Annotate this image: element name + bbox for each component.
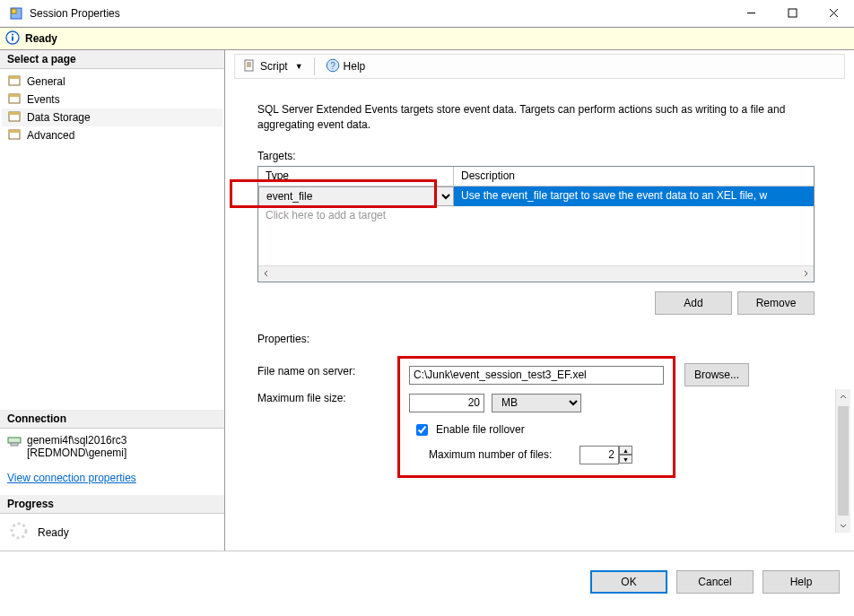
page-label: General	[27, 75, 65, 88]
status-strip: Ready	[0, 27, 854, 50]
col-header-type[interactable]: Type	[258, 167, 454, 186]
svg-text:?: ?	[330, 61, 336, 71]
svg-rect-18	[11, 443, 18, 446]
target-type-select[interactable]: event_file	[258, 187, 454, 206]
help-label: Help	[344, 60, 366, 73]
page-icon	[7, 110, 22, 125]
help-footer-button[interactable]: Help	[762, 570, 840, 594]
svg-rect-17	[8, 438, 21, 443]
svg-point-7	[12, 33, 13, 35]
col-header-description[interactable]: Description	[454, 167, 814, 186]
script-label: Script	[260, 60, 288, 73]
pages-list: General Events Data Storage Advanced	[0, 69, 224, 148]
page-icon	[7, 92, 22, 107]
spin-down-button[interactable]: ▼	[619, 455, 632, 464]
add-target-placeholder[interactable]: Click here to add a target	[258, 206, 814, 224]
toolbar: Script ▼ ? Help	[234, 54, 845, 79]
status-text: Ready	[25, 32, 57, 45]
maximize-button[interactable]	[771, 0, 813, 27]
pages-header: Select a page	[0, 50, 224, 69]
info-icon	[5, 30, 20, 48]
page-events[interactable]: Events	[2, 91, 222, 108]
page-icon	[7, 74, 22, 89]
server-icon	[7, 434, 22, 459]
minimize-button[interactable]	[730, 0, 771, 27]
connection-block: genemi4f\sql2016rc3 [REDMOND\genemi] Vie…	[0, 429, 224, 495]
svg-rect-8	[12, 36, 13, 40]
toolbar-separator	[314, 57, 315, 75]
svg-rect-3	[789, 9, 797, 17]
vertical-scrollbar[interactable]	[835, 389, 850, 533]
script-button[interactable]: Script ▼	[239, 56, 307, 77]
connection-user: [REDMOND\genemi]	[27, 447, 126, 459]
progress-block: Ready	[0, 514, 224, 551]
intro-text: SQL Server Extended Events targets store…	[257, 102, 815, 134]
window-title: Session Properties	[30, 7, 120, 20]
scroll-up-icon[interactable]	[836, 389, 850, 404]
connection-header: Connection	[0, 410, 224, 429]
rollover-label: Enable file rollover	[436, 423, 525, 436]
svg-rect-20	[245, 60, 253, 71]
progress-spinner-icon	[9, 521, 29, 543]
targets-label: Targets:	[257, 150, 815, 162]
help-button[interactable]: ? Help	[322, 56, 370, 77]
view-connection-properties-link[interactable]: View connection properties	[7, 472, 136, 484]
scroll-right-icon[interactable]	[797, 266, 814, 282]
filename-label: File name on server:	[257, 365, 388, 377]
page-label: Data Storage	[27, 111, 91, 124]
progress-header: Progress	[0, 495, 224, 514]
ok-button[interactable]: OK	[590, 570, 667, 594]
close-button[interactable]	[813, 0, 854, 27]
browse-button[interactable]: Browse...	[684, 363, 749, 386]
add-target-button[interactable]: Add	[655, 291, 732, 315]
page-general[interactable]: General	[2, 73, 222, 91]
svg-rect-10	[9, 76, 20, 79]
maxfiles-label: Maximum number of files:	[429, 448, 572, 461]
maxsize-input[interactable]	[409, 394, 484, 412]
remove-target-button[interactable]: Remove	[737, 291, 815, 315]
horizontal-scrollbar[interactable]	[258, 265, 814, 282]
page-icon	[7, 128, 22, 143]
page-label: Events	[27, 93, 60, 106]
svg-rect-1	[12, 9, 16, 13]
svg-rect-14	[9, 112, 20, 115]
progress-status: Ready	[38, 526, 69, 539]
page-advanced[interactable]: Advanced	[2, 126, 222, 144]
help-icon: ?	[326, 58, 340, 75]
cancel-button[interactable]: Cancel	[676, 570, 754, 594]
highlight-properties-box: MB Enable file rollover Maximum number o…	[397, 356, 675, 478]
size-unit-select[interactable]: MB	[492, 394, 581, 412]
app-icon	[9, 6, 23, 21]
title-bar: Session Properties	[0, 0, 854, 27]
svg-rect-16	[9, 130, 20, 133]
scroll-left-icon[interactable]	[258, 266, 274, 282]
maxsize-label: Maximum file size:	[257, 392, 388, 404]
target-description-cell: Use the event_file target to save the ev…	[454, 187, 814, 206]
maxfiles-input[interactable]	[580, 446, 619, 464]
dialog-footer: OK Cancel Help	[0, 551, 854, 612]
target-row[interactable]: event_file Use the event_file target to …	[258, 187, 814, 206]
targets-table: Type Description event_file Use the even…	[257, 166, 815, 282]
filename-input[interactable]	[409, 366, 664, 385]
spin-up-button[interactable]: ▲	[619, 446, 632, 455]
scroll-down-icon[interactable]	[836, 517, 850, 533]
page-data-storage[interactable]: Data Storage	[2, 108, 222, 126]
properties-label: Properties:	[257, 333, 815, 345]
dropdown-arrow-icon: ▼	[295, 62, 303, 71]
svg-point-19	[12, 524, 26, 538]
svg-rect-12	[9, 94, 20, 97]
page-label: Advanced	[27, 129, 74, 142]
rollover-checkbox[interactable]	[416, 424, 428, 436]
left-panel: Select a page General Events Data Storag…	[0, 50, 225, 551]
script-icon	[242, 58, 257, 75]
right-panel: Script ▼ ? Help SQL Server Extended Even…	[225, 50, 854, 551]
connection-server: genemi4f\sql2016rc3	[27, 434, 126, 447]
scrollbar-thumb[interactable]	[838, 406, 849, 516]
